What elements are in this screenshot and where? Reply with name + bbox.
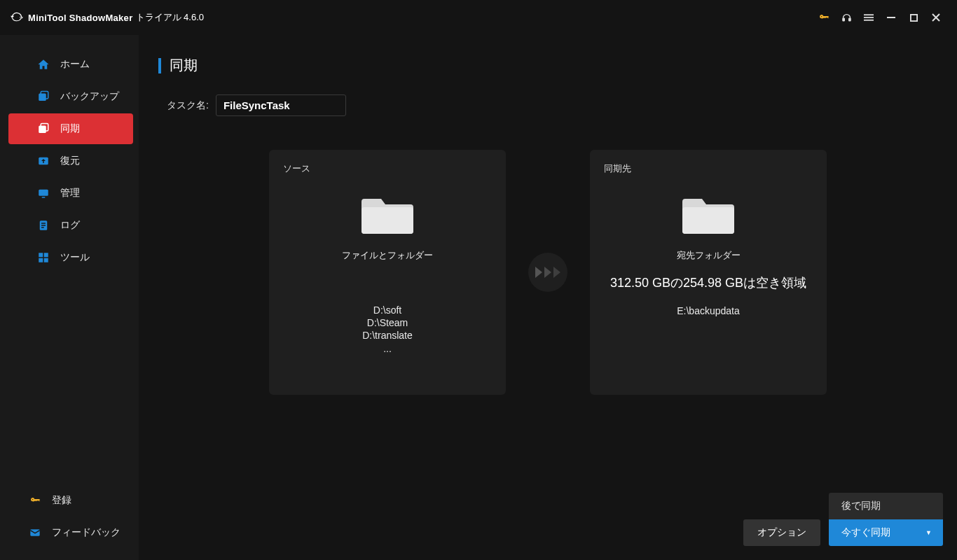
svg-rect-21 <box>44 258 48 262</box>
sync-now-button[interactable]: 今すぐ同期 ▼ <box>829 519 943 546</box>
svg-rect-16 <box>41 225 46 226</box>
sync-split-button: 後で同期 今すぐ同期 ▼ <box>829 493 943 546</box>
card-row: ソース ファイルとフォルダー D:\soft D:\Steam D:\trans… <box>158 150 937 395</box>
sync-now-label: 今すぐ同期 <box>841 526 890 539</box>
source-path: D:\soft <box>362 304 413 316</box>
svg-rect-24 <box>682 207 734 234</box>
svg-rect-3 <box>864 17 874 18</box>
sidebar-item-backup[interactable]: バックアップ <box>8 81 133 112</box>
backup-icon <box>36 90 50 104</box>
source-subtitle: ファイルとフォルダー <box>342 249 433 262</box>
dest-path: E:\backupdata <box>677 305 740 316</box>
sidebar: ホーム バックアップ 同期 復元 管理 ログ ツール 登録 <box>0 35 139 560</box>
minimize-icon[interactable] <box>880 6 902 29</box>
sidebar-item-label: 同期 <box>60 122 80 135</box>
sidebar-register-label: 登録 <box>52 494 71 507</box>
sidebar-item-label: ホーム <box>60 58 90 71</box>
svg-rect-12 <box>39 190 48 196</box>
sidebar-item-tools[interactable]: ツール <box>8 242 133 273</box>
maximize-icon[interactable] <box>902 6 925 29</box>
svg-rect-18 <box>39 253 43 257</box>
svg-rect-0 <box>842 18 844 21</box>
task-row: タスク名: <box>167 94 937 116</box>
key-icon[interactable] <box>813 6 835 29</box>
source-path: D:\translate <box>362 329 413 342</box>
key-small-icon <box>28 493 42 507</box>
headset-icon[interactable] <box>835 6 858 29</box>
logs-icon <box>36 218 50 232</box>
svg-rect-7 <box>39 94 46 102</box>
chevron-down-icon: ▼ <box>925 529 932 536</box>
app-title: MiniTool ShadowMaker <box>28 13 133 23</box>
source-paths: D:\soft D:\Steam D:\translate ... <box>362 304 413 355</box>
folder-icon <box>362 192 413 234</box>
sidebar-feedback[interactable]: フィードバック <box>0 517 139 549</box>
dest-title: 同期先 <box>604 162 631 175</box>
svg-rect-23 <box>362 207 413 234</box>
source-path: ... <box>362 342 413 355</box>
restore-icon <box>36 154 50 168</box>
sidebar-item-manage[interactable]: 管理 <box>8 178 133 209</box>
task-label: タスク名: <box>167 99 209 112</box>
sidebar-item-label: ログ <box>60 219 80 232</box>
sidebar-feedback-label: フィードバック <box>52 526 121 539</box>
sidebar-item-restore[interactable]: 復元 <box>8 146 133 176</box>
close-icon[interactable] <box>925 6 947 29</box>
sidebar-item-sync[interactable]: 同期 <box>8 113 133 144</box>
titlebar: MiniTool ShadowMaker トライアル 4.6.0 <box>0 0 957 35</box>
svg-rect-9 <box>39 126 46 134</box>
arrow-circle-icon <box>528 253 567 292</box>
sync-later-button[interactable]: 後で同期 <box>829 493 943 519</box>
svg-rect-13 <box>42 197 46 198</box>
source-title: ソース <box>283 162 310 175</box>
destination-card[interactable]: 同期先 宛先フォルダー 312.50 GBの254.98 GBは空き領域 E:\… <box>590 150 827 395</box>
sidebar-item-label: ツール <box>60 251 90 264</box>
folder-icon <box>682 192 734 234</box>
sidebar-item-logs[interactable]: ログ <box>8 210 133 241</box>
svg-rect-1 <box>848 18 851 21</box>
svg-rect-17 <box>41 227 44 228</box>
dest-subtitle: 宛先フォルダー <box>677 249 741 262</box>
app-logo-icon <box>10 10 24 24</box>
svg-rect-20 <box>39 258 43 262</box>
menu-icon[interactable] <box>858 6 880 29</box>
sidebar-item-label: バックアップ <box>60 90 119 103</box>
sidebar-item-home[interactable]: ホーム <box>8 49 133 80</box>
sidebar-register[interactable]: 登録 <box>0 484 139 517</box>
task-name-input[interactable] <box>216 94 346 116</box>
sidebar-item-label: 管理 <box>60 187 80 200</box>
svg-rect-19 <box>44 253 48 257</box>
source-path: D:\Steam <box>362 316 413 329</box>
mail-icon <box>28 526 42 540</box>
sync-icon <box>36 122 50 136</box>
options-button[interactable]: オプション <box>743 519 820 546</box>
tools-icon <box>36 251 50 265</box>
page-title: 同期 <box>158 56 937 75</box>
main-panel: 同期 タスク名: ソース ファイルとフォルダー D:\soft D:\Steam… <box>139 35 957 560</box>
svg-rect-15 <box>41 223 46 224</box>
svg-rect-6 <box>910 14 916 20</box>
manage-icon <box>36 186 50 200</box>
svg-rect-5 <box>887 17 895 18</box>
home-icon <box>36 57 50 71</box>
sidebar-item-label: 復元 <box>60 155 80 167</box>
title-accent <box>158 58 161 74</box>
svg-rect-2 <box>864 14 874 15</box>
arrow-block <box>506 253 590 292</box>
source-card[interactable]: ソース ファイルとフォルダー D:\soft D:\Steam D:\trans… <box>269 150 506 395</box>
app-title-suffix: トライアル 4.6.0 <box>136 11 205 24</box>
dest-free-space: 312.50 GBの254.98 GBは空き領域 <box>610 274 806 291</box>
page-heading: 同期 <box>170 56 198 75</box>
svg-rect-4 <box>864 20 874 21</box>
footer-buttons: オプション 後で同期 今すぐ同期 ▼ <box>743 493 943 546</box>
